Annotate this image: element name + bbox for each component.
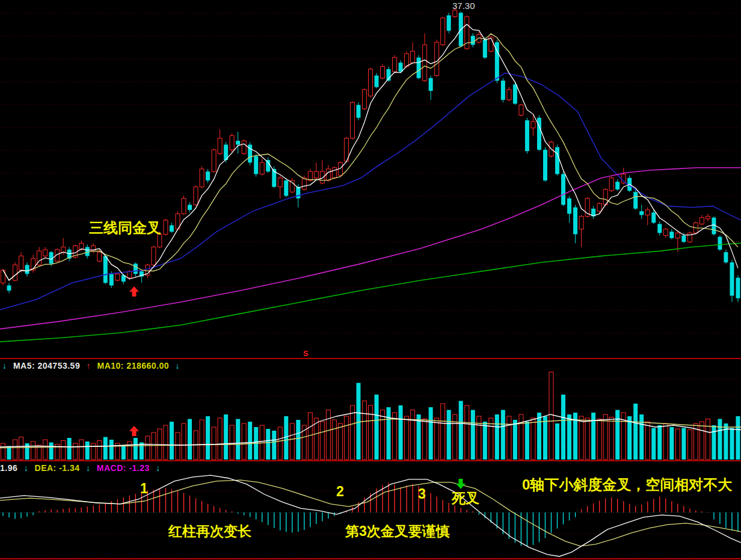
volume-up-arrow-icon: ↑ xyxy=(87,361,91,371)
third-cross-note: 第3次金叉要谨慎 xyxy=(345,525,450,538)
volume-indicator-header: ↓ MA5: 204753.59 ↑ MA10: 218660.00 ↓ xyxy=(2,361,183,371)
death-cross-arrow-icon xyxy=(456,479,466,489)
macd-down-arrow-icon-2: ↓ xyxy=(86,463,91,473)
death-cross-label: 死叉 xyxy=(452,491,479,505)
macd-dif-value: 1.96 xyxy=(0,463,17,473)
volume-down-arrow-icon-2: ↓ xyxy=(175,361,180,371)
golden-cross-3-label: 3 xyxy=(418,487,426,501)
macd-dea-value: DEA: -1.34 xyxy=(35,463,80,473)
candlesticks xyxy=(1,8,740,302)
macd-value: MACD: -1.23 xyxy=(97,463,150,473)
sell-point-marker: S xyxy=(303,349,309,358)
buy-signal-arrow-volume-icon xyxy=(129,426,139,436)
three-line-golden-cross-label: 三线同金叉 xyxy=(89,221,161,235)
peak-price-label: 37.30 xyxy=(452,1,475,10)
golden-cross-1-label: 1 xyxy=(140,482,148,496)
buy-signal-arrow-main-icon xyxy=(129,286,139,297)
macd-down-arrow-icon-3: ↓ xyxy=(156,463,161,473)
golden-cross-2-label: 2 xyxy=(336,485,344,499)
zero-axis-note: 0轴下小斜度金叉，空间相对不大 xyxy=(522,478,732,492)
macd-down-arrow-icon-1: ↓ xyxy=(24,463,29,473)
volume-ma5-value: MA5: 204753.59 xyxy=(13,361,80,371)
volume-ma10-value: MA10: 218660.00 xyxy=(97,361,169,371)
stock-chart-window: 37.30 三线同金叉 S ↓ MA5: 204753.59 ↑ MA10: 2… xyxy=(0,0,741,560)
red-bars-note: 红柱再次变长 xyxy=(168,525,251,538)
volume-down-arrow-icon: ↓ xyxy=(2,361,7,371)
macd-indicator-header: 1.96 ↓ DEA: -1.34 ↓ MACD: -1.23 ↓ xyxy=(0,463,164,473)
